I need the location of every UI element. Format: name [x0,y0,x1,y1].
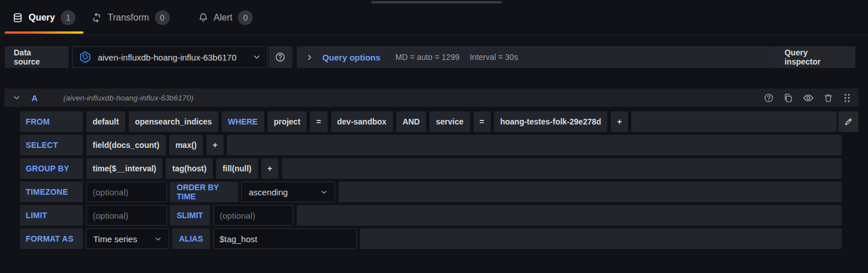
hide-query-eye-icon[interactable] [803,93,814,103]
query-options-label: Query options [322,53,381,62]
order-by-time-value: ascending [249,187,288,197]
from-measurement-segment[interactable]: opensearch_indices [129,111,218,132]
timezone-row: TIMEZONE ORDER BY TIME ascending [20,182,842,202]
transform-icon [91,13,102,23]
datasource-label: Data source [5,46,69,68]
pencil-icon [844,117,853,126]
where-value-segment[interactable]: dev-sandbox [331,111,393,132]
where-operator-segment[interactable]: = [310,111,327,132]
group-by-fill-segment[interactable]: fill(null) [216,158,258,179]
chevron-right-icon [306,54,313,61]
query-help-icon[interactable] [764,93,774,103]
query-actions [764,93,851,103]
tab-query[interactable]: Query 1 [5,0,83,35]
tab-query-label: Query [29,13,55,23]
where-operator-segment[interactable]: = [473,111,491,132]
tab-transform-label: Transform [107,13,149,23]
from-label: FROM [20,111,83,132]
query-editor-rows: FROM default opensearch_indices WHERE pr… [20,111,858,249]
delete-query-trash-icon[interactable] [823,93,833,103]
tab-transform-count: 0 [155,10,170,25]
group-by-row: GROUP BY time($__interval) tag(host) fil… [20,158,842,179]
select-label: SELECT [20,135,83,155]
chevron-down-icon[interactable] [11,93,22,103]
chevron-down-icon [154,235,162,243]
tab-alert-count: 0 [238,10,253,25]
where-value-segment[interactable]: hoang-testes-folk-29e278d [494,111,608,132]
tab-alert-label: Alert [214,13,233,23]
group-by-time-segment[interactable]: time($__interval) [86,158,162,179]
limit-label: LIMIT [20,205,83,226]
database-icon [13,13,23,23]
query-options-interval: Interval = 30s [469,53,517,62]
where-key-segment[interactable]: project [268,111,307,132]
query-row-header[interactable]: A (aiven-influxdb-hoang-influx-63b6170) [5,89,858,107]
group-by-tag-segment[interactable]: tag(host) [166,158,213,179]
question-circle-icon [275,52,285,62]
tab-query-count: 1 [61,10,75,25]
duplicate-query-icon[interactable] [783,93,793,103]
drag-handle-grip-icon[interactable] [843,93,851,103]
select-row: SELECT field(docs_count) max() + [20,135,842,155]
query-ref-id[interactable]: A [31,93,38,103]
select-aggregation-segment[interactable]: max() [169,135,203,155]
from-policy-segment[interactable]: default [86,111,125,132]
alias-input[interactable] [213,228,357,249]
where-add-condition-button[interactable]: + [611,111,628,132]
format-as-select[interactable]: Time series [86,228,169,249]
format-as-row: FORMAT AS Time series ALIAS [20,228,842,249]
row-filler [631,111,837,132]
from-row: FROM default opensearch_indices WHERE pr… [20,111,858,132]
query-editor-card: A (aiven-influxdb-hoang-influx-63b6170) [5,89,858,249]
timezone-input[interactable] [86,182,167,202]
select-field-segment[interactable]: field(docs_count) [86,135,166,155]
limit-input[interactable] [86,205,167,226]
group-by-add-button[interactable]: + [261,158,278,179]
order-by-time-label: ORDER BY TIME [170,182,238,202]
query-options-max-datapoints: MD = auto = 1299 [395,53,459,62]
datasource-picker[interactable]: aiven-influxdb-hoang-influx-63b6170 [72,46,268,68]
query-inspector-button[interactable]: Query inspector [775,46,855,68]
where-keyword-segment: WHERE [222,111,264,132]
panel-resize-handle[interactable] [371,1,502,3]
where-conjunction-segment[interactable]: AND [396,111,426,132]
format-as-value: Time series [93,234,137,244]
alias-label: ALIAS [172,228,210,249]
row-filler [227,135,842,155]
datasource-help-button[interactable] [269,46,292,68]
select-add-button[interactable]: + [206,135,224,155]
row-filler [339,182,842,202]
format-as-label: FORMAT AS [20,228,83,249]
group-by-label: GROUP BY [20,158,83,179]
chevron-down-icon [253,53,261,61]
order-by-time-select[interactable]: ascending [241,182,335,202]
row-filler [282,158,842,179]
query-options-toggle[interactable]: Query options MD = auto = 1299 Interval … [297,46,775,68]
where-key-segment[interactable]: service [429,111,469,132]
datasource-toolbar: Data source aiven-influxdb-hoang-influx-… [5,46,855,68]
datasource-value: aiven-influxdb-hoang-influx-63b6170 [98,53,237,62]
limit-row: LIMIT SLIMIT [20,205,842,226]
toggle-text-edit-mode-button[interactable] [838,111,858,132]
timezone-label: TIMEZONE [20,182,83,202]
row-filler [297,205,842,226]
slimit-input[interactable] [213,205,293,226]
influxdb-logo-icon [79,51,91,63]
tab-alert[interactable]: Alert 0 [190,0,261,35]
tab-transform[interactable]: Transform 0 [83,0,177,35]
bell-icon [198,13,208,22]
query-datasource-hint: (aiven-influxdb-hoang-influx-63b6170) [63,94,193,102]
chevron-down-icon [320,188,328,196]
slimit-label: SLIMIT [170,205,210,226]
row-filler [360,228,842,249]
editor-tabbar: Query 1 Transform 0 Alert 0 [0,0,868,35]
